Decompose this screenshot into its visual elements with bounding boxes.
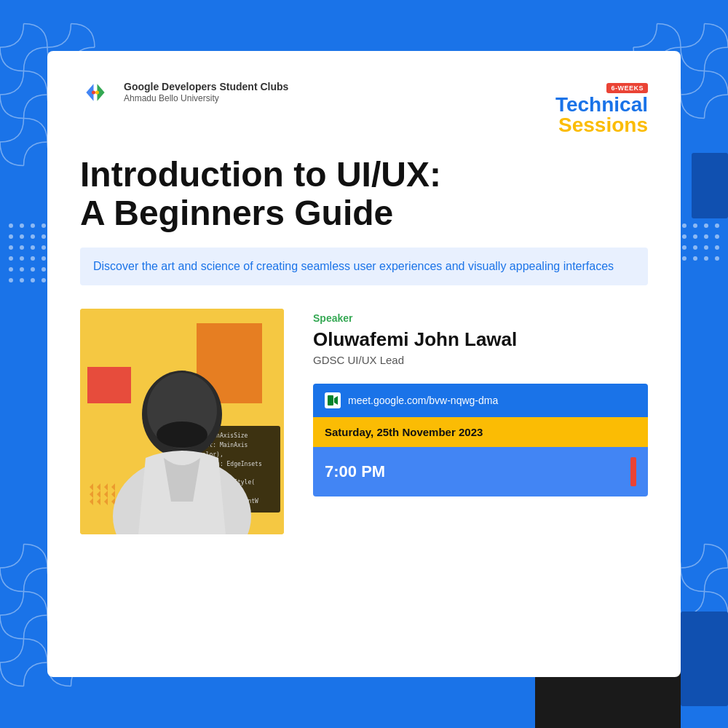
svg-point-29	[682, 234, 687, 239]
header-row: Google Developers Student Clubs Ahmadu B…	[80, 80, 648, 135]
time-red-accent	[630, 457, 636, 486]
svg-point-2	[20, 223, 24, 228]
svg-marker-50	[97, 483, 100, 491]
svg-point-4	[9, 234, 13, 239]
svg-point-18	[31, 278, 35, 282]
svg-point-11	[20, 256, 24, 261]
description-text: Discover the art and science of creating…	[93, 258, 635, 275]
gdsc-university-name: Ahmadu Bello University	[124, 93, 288, 105]
title-line1: Introduction to UI/UX:	[80, 155, 441, 194]
svg-point-1	[9, 223, 13, 228]
svg-point-33	[682, 245, 687, 250]
svg-point-34	[693, 245, 697, 250]
sessions-label: Sessions	[555, 115, 648, 135]
svg-point-7	[9, 245, 13, 250]
gdsc-chevrons-icon	[80, 82, 111, 103]
svg-rect-42	[681, 612, 728, 706]
technical-label: Technical	[555, 95, 648, 115]
speaker-photo-container: : MainAxisSize ment: MainAxis color), ma…	[80, 309, 284, 534]
svg-point-6	[31, 234, 35, 239]
svg-point-10	[9, 256, 13, 261]
svg-marker-51	[97, 491, 100, 498]
svg-point-8	[20, 245, 24, 250]
meet-link-text: meet.google.com/bvw-nqwg-dma	[348, 395, 498, 406]
svg-point-30	[693, 234, 697, 239]
svg-marker-48	[90, 491, 93, 498]
svg-point-31	[704, 234, 708, 239]
svg-rect-65	[328, 395, 333, 405]
description-box: Discover the art and science of creating…	[80, 248, 648, 285]
main-card: Google Developers Student Clubs Ahmadu B…	[47, 51, 681, 677]
speaker-portrait	[102, 327, 262, 534]
svg-point-36	[715, 245, 719, 250]
svg-point-12	[31, 256, 35, 261]
svg-point-20	[41, 234, 46, 239]
speaker-name: Oluwafemi John Lawal	[313, 328, 648, 351]
svg-point-3	[31, 223, 35, 228]
svg-point-28	[715, 223, 719, 228]
gdsc-text-block: Google Developers Student Clubs Ahmadu B…	[124, 80, 288, 105]
svg-marker-49	[90, 498, 93, 505]
svg-point-25	[682, 223, 687, 228]
svg-point-39	[704, 256, 708, 261]
speaker-info: Speaker Oluwafemi John Lawal GDSC UI/UX …	[313, 309, 648, 496]
google-meet-icon	[325, 392, 341, 408]
svg-point-19	[41, 223, 46, 228]
svg-point-32	[715, 234, 719, 239]
svg-point-40	[715, 256, 719, 261]
svg-point-35	[704, 245, 708, 250]
svg-point-14	[20, 267, 24, 272]
event-title: Introduction to UI/UX: A Beginners Guide	[80, 156, 648, 233]
svg-point-13	[9, 267, 13, 272]
speaker-label: Speaker	[313, 312, 648, 324]
svg-point-24	[41, 278, 46, 282]
svg-point-37	[682, 256, 687, 261]
speaker-role: GDSC UI/UX Lead	[313, 354, 648, 366]
meet-link-box[interactable]: meet.google.com/bvw-nqwg-dma	[313, 384, 648, 417]
svg-marker-52	[97, 498, 100, 505]
svg-point-26	[693, 223, 697, 228]
event-time: 7:00 PM	[325, 462, 385, 481]
svg-point-45	[92, 90, 95, 94]
content-row: : MainAxisSize ment: MainAxis color), ma…	[80, 309, 648, 534]
title-line2: A Beginners Guide	[80, 194, 393, 232]
event-date: Saturday, 25th November 2023	[325, 426, 483, 438]
svg-point-63	[157, 422, 207, 448]
svg-point-46	[95, 90, 99, 94]
weeks-badge: 6-WEEKS	[606, 83, 648, 93]
svg-point-27	[704, 223, 708, 228]
svg-point-23	[41, 267, 46, 272]
svg-rect-41	[692, 153, 728, 218]
svg-point-22	[41, 256, 46, 261]
event-time-box: 7:00 PM	[313, 447, 648, 496]
svg-point-9	[31, 245, 35, 250]
svg-point-16	[9, 278, 13, 282]
svg-marker-47	[90, 483, 93, 491]
svg-point-17	[20, 278, 24, 282]
gdsc-logo: Google Developers Student Clubs Ahmadu B…	[80, 80, 288, 105]
tech-sessions-badge: 6-WEEKS Technical Sessions	[555, 80, 648, 135]
svg-point-5	[20, 234, 24, 239]
svg-point-21	[41, 245, 46, 250]
event-date-box: Saturday, 25th November 2023	[313, 417, 648, 447]
svg-point-38	[693, 256, 697, 261]
svg-point-15	[31, 267, 35, 272]
gdsc-org-name: Google Developers Student Clubs	[124, 80, 288, 93]
